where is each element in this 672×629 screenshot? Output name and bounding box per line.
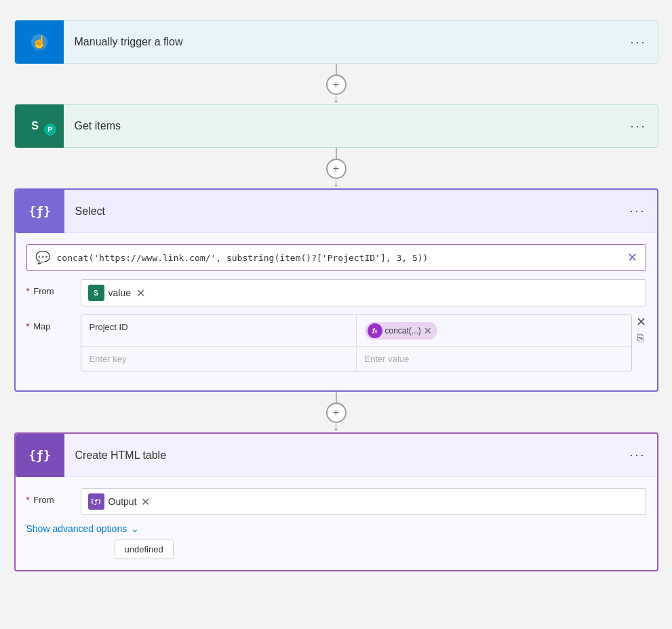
get-items-card-header: S P Get items ···	[14, 104, 658, 148]
expr-chip-icon: fx	[368, 323, 382, 338]
connector-line-1	[336, 64, 337, 75]
connector-2: + ↓	[326, 148, 347, 188]
get-items-title: Get items	[64, 120, 631, 132]
select-from-input[interactable]: S value ✕	[81, 279, 646, 306]
map-row-controls: ✕ ⎘	[636, 314, 646, 371]
map-remove-row-button[interactable]: ✕	[636, 314, 646, 329]
select-card: {ƒ} Select ··· 💬 concat('https://www.lin…	[14, 188, 658, 392]
formula-bar-icon: 💬	[35, 250, 50, 265]
create-html-table-header: {ƒ} Create HTML table ···	[16, 434, 657, 477]
trigger-card: ☝ Manually trigger a flow ···	[14, 20, 658, 64]
show-advanced-options[interactable]: Show advanced options ⌄	[26, 523, 646, 534]
trigger-menu[interactable]: ···	[630, 35, 646, 49]
create-html-table-card: {ƒ} Create HTML table ··· * From {ƒ}	[14, 432, 658, 571]
select-title: Select	[64, 205, 630, 218]
select-card-header: {ƒ} Select ···	[16, 190, 657, 233]
show-advanced-label: Show advanced options	[26, 523, 127, 534]
create-html-from-input[interactable]: {ƒ} Output ✕	[81, 488, 646, 515]
formula-bar-text: concat('https://www.link.com/', substrin…	[57, 253, 620, 263]
formula-bar: 💬 concat('https://www.link.com/', substr…	[26, 244, 646, 271]
create-html-menu[interactable]: ···	[629, 448, 646, 462]
html-from-required-star: *	[26, 495, 30, 505]
expr-chip-1: fx concat(...) ✕	[365, 322, 437, 340]
get-items-menu[interactable]: ···	[630, 119, 646, 134]
add-step-button-3[interactable]: +	[326, 403, 347, 423]
select-from-value: S value ✕	[81, 279, 646, 306]
map-copy-row-button[interactable]: ⎘	[637, 332, 644, 344]
select-icon-bg: {ƒ}	[16, 190, 64, 233]
map-row-1: Project ID fx concat(...) ✕	[81, 315, 631, 347]
map-value-placeholder[interactable]: Enter value	[357, 347, 631, 371]
create-html-title: Create HTML table	[64, 449, 630, 462]
map-required-star: *	[26, 321, 30, 331]
from-value-chip: S value ✕	[88, 285, 145, 301]
select-map-label: * Map	[26, 314, 81, 331]
select-brace-icon: {ƒ}	[28, 204, 51, 218]
select-from-row: * From S value ✕	[26, 279, 646, 306]
formula-close-button[interactable]: ✕	[627, 250, 637, 265]
output-chip: {ƒ} Output ✕	[88, 493, 150, 510]
get-items-card: S P Get items ···	[14, 104, 658, 148]
from-required-star: *	[26, 286, 30, 296]
trigger-card-header: ☝ Manually trigger a flow ···	[14, 20, 658, 64]
create-html-body: * From {ƒ} Output ✕	[16, 477, 657, 570]
trigger-hand-icon: ☝	[28, 31, 50, 53]
sp-s-letter: S	[31, 120, 39, 132]
create-html-from-row: * From {ƒ} Output ✕	[26, 488, 646, 515]
connector-3: + ↓	[326, 392, 347, 432]
sp-p-letter: P	[47, 126, 52, 134]
create-html-icon-bg: {ƒ}	[16, 434, 64, 477]
output-chip-icon: {ƒ}	[88, 493, 104, 510]
chevron-down-icon: ⌄	[131, 523, 139, 534]
connector-1: + ↓	[326, 64, 347, 104]
map-key-placeholder[interactable]: Enter key	[81, 347, 357, 371]
select-map-row: * Map Project ID	[26, 314, 646, 371]
create-html-brace-icon: {ƒ}	[28, 448, 51, 462]
trigger-icon-bg: ☝	[15, 20, 64, 64]
select-menu[interactable]: ···	[629, 204, 646, 218]
add-step-button-2[interactable]: +	[326, 159, 347, 179]
from-chip-remove[interactable]: ✕	[136, 287, 145, 300]
connector-line-3	[336, 392, 337, 403]
select-map-value: Project ID fx concat(...) ✕	[81, 314, 646, 371]
trigger-title: Manually trigger a flow	[64, 36, 631, 48]
output-chip-label: Output	[108, 496, 137, 507]
svg-text:☝: ☝	[32, 35, 47, 49]
from-chip-icon: S	[88, 285, 104, 301]
map-key-1[interactable]: Project ID	[81, 315, 357, 346]
map-table: Project ID fx concat(...) ✕	[81, 314, 632, 371]
map-value-1[interactable]: fx concat(...) ✕	[357, 315, 631, 346]
create-html-from-value: {ƒ} Output ✕	[81, 488, 646, 515]
from-chip-label: value	[108, 287, 131, 298]
output-chip-remove[interactable]: ✕	[141, 495, 150, 508]
select-body: 💬 concat('https://www.link.com/', substr…	[16, 233, 657, 390]
add-step-button-1[interactable]: +	[326, 75, 347, 95]
flow-container: ☝ Manually trigger a flow ··· + ↓ S P	[14, 20, 658, 571]
connector-line-2	[336, 148, 337, 159]
select-from-label: * From	[26, 279, 81, 296]
expr-chip-remove[interactable]: ✕	[424, 325, 432, 336]
map-row-2: Enter key Enter value	[81, 347, 631, 371]
expr-chip-text: concat(...)	[385, 326, 421, 336]
get-items-icon-bg: S P	[15, 104, 64, 148]
undefined-tooltip: undefined	[115, 540, 174, 559]
create-html-from-label: * From	[26, 488, 81, 505]
